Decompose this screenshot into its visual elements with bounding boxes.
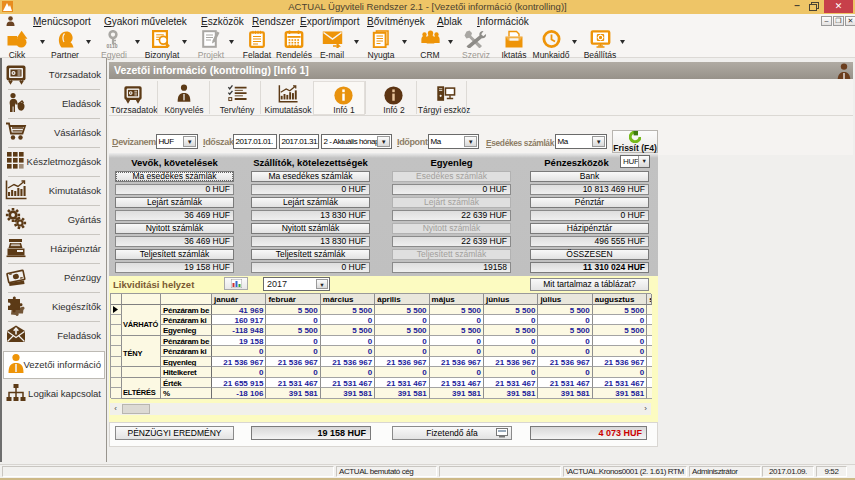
- svg-text:0110: 0110: [107, 43, 118, 48]
